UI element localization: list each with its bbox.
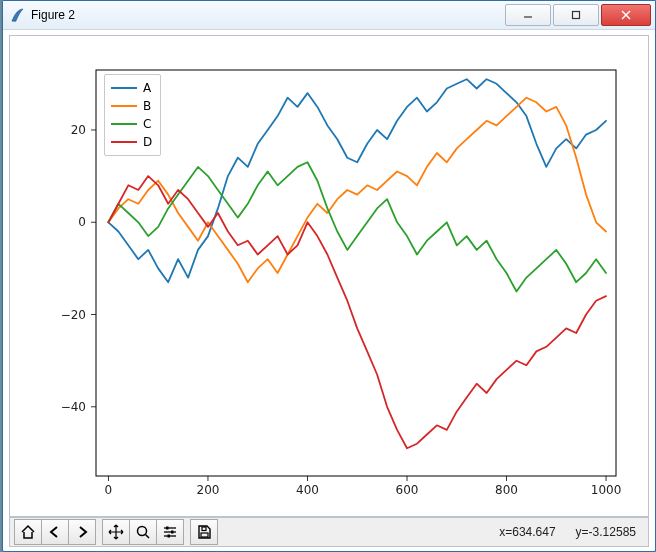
move-icon [108, 524, 124, 540]
svg-text:800: 800 [495, 483, 518, 497]
legend-label: B [143, 97, 151, 115]
svg-text:1000: 1000 [591, 483, 622, 497]
svg-rect-34 [202, 527, 206, 531]
zoom-icon [135, 524, 151, 540]
configure-subplots-button[interactable] [157, 519, 184, 545]
forward-button[interactable] [69, 519, 96, 545]
legend-entry: A [111, 79, 152, 97]
legend-swatch [111, 123, 137, 125]
svg-text:−40: −40 [61, 400, 86, 414]
legend-label: C [143, 115, 151, 133]
tk-feather-icon [9, 7, 25, 23]
svg-text:−20: −20 [61, 308, 86, 322]
arrow-right-icon [74, 524, 90, 540]
window-title: Figure 2 [31, 8, 503, 22]
svg-rect-32 [168, 535, 171, 538]
save-button[interactable] [190, 519, 218, 545]
close-button[interactable] [601, 4, 651, 26]
pan-button[interactable] [102, 519, 130, 545]
svg-rect-33 [201, 533, 208, 537]
legend-entry: D [111, 133, 152, 151]
svg-text:600: 600 [396, 483, 419, 497]
svg-rect-4 [96, 70, 616, 476]
legend-swatch [111, 105, 137, 107]
mpl-toolbar: x=634.647 y=-3.12585 [9, 517, 649, 547]
title-bar: Figure 2 [3, 1, 655, 30]
zoom-button[interactable] [130, 519, 157, 545]
svg-rect-1 [573, 12, 580, 19]
svg-text:0: 0 [78, 215, 86, 229]
back-button[interactable] [42, 519, 69, 545]
svg-rect-31 [171, 531, 174, 534]
svg-text:20: 20 [71, 123, 86, 137]
minimize-button[interactable] [505, 4, 551, 26]
legend-entry: C [111, 115, 152, 133]
home-button[interactable] [14, 519, 42, 545]
figure-canvas[interactable]: 02004006008001000−40−20020 ABCD [9, 35, 649, 517]
svg-text:0: 0 [105, 483, 113, 497]
svg-text:400: 400 [296, 483, 319, 497]
svg-point-25 [138, 527, 147, 536]
save-icon [196, 524, 212, 540]
home-icon [20, 524, 36, 540]
maximize-button[interactable] [553, 4, 599, 26]
svg-line-26 [146, 535, 150, 539]
arrow-left-icon [47, 524, 63, 540]
legend-swatch [111, 87, 137, 89]
legend-swatch [111, 141, 137, 143]
legend-label: A [143, 79, 151, 97]
legend-label: D [143, 133, 152, 151]
app-window: Figure 2 02004006008001000−40−20020 ABCD [2, 0, 656, 552]
sliders-icon [162, 524, 178, 540]
chart-legend: ABCD [104, 74, 161, 156]
legend-entry: B [111, 97, 152, 115]
cursor-coords: x=634.647 y=-3.12585 [499, 525, 636, 539]
svg-rect-30 [166, 527, 169, 530]
svg-text:200: 200 [197, 483, 220, 497]
